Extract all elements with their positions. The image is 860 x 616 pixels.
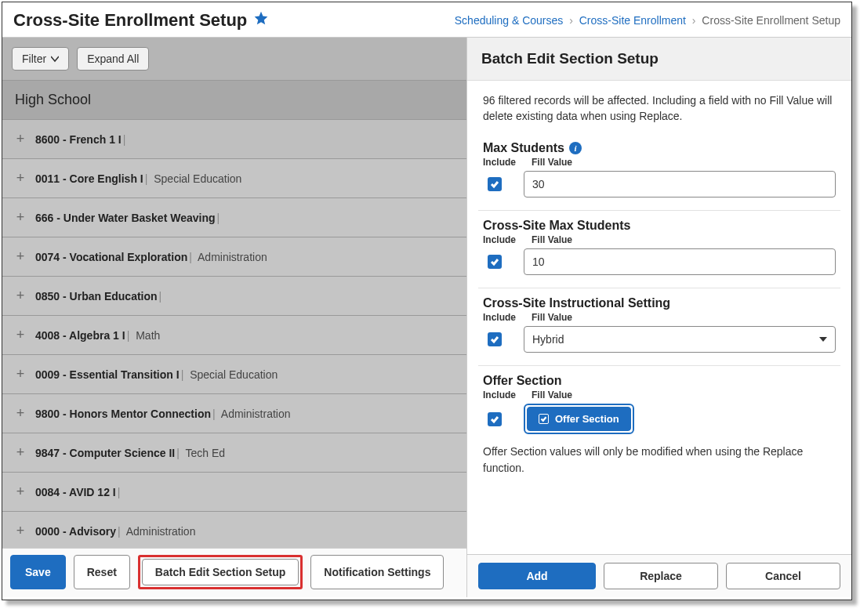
plus-icon: + (15, 288, 26, 304)
save-button[interactable]: Save (10, 555, 66, 589)
fill-value-label: Fill Value (532, 312, 572, 323)
field-max-students: Max Students i Include Fill Value (478, 133, 840, 211)
expand-all-button[interactable]: Expand All (77, 47, 149, 71)
cross-max-students-input[interactable] (524, 248, 836, 275)
course-code-name: 0011 - Core English I (35, 172, 143, 185)
course-code-name: 0009 - Essential Transition I (35, 368, 180, 381)
course-code-name: 666 - Under Water Basket Weaving (35, 212, 216, 224)
course-code-name: 0074 - Vocational Exploration (35, 251, 187, 263)
course-dept: Administration (116, 525, 195, 538)
checkbox-icon (539, 414, 549, 424)
cancel-button[interactable]: Cancel (726, 563, 840, 589)
left-panel: Filter Expand All High School +8600 - Fr… (2, 38, 466, 597)
course-list: +8600 - French 1 I +0011 - Core English … (2, 120, 466, 548)
breadcrumb: Scheduling & Courses › Cross-Site Enroll… (455, 14, 840, 27)
panel-info-text: 96 filtered records will be affected. In… (478, 93, 840, 124)
course-code-name: 9847 - Computer Science II (35, 447, 175, 459)
max-students-input[interactable] (524, 171, 836, 197)
field-title-label: Offer Section (483, 374, 561, 388)
chevron-right-icon: › (692, 14, 696, 27)
offer-toggle-wrap: Offer Section (524, 404, 634, 434)
course-row[interactable]: +0074 - Vocational Exploration Administr… (2, 237, 466, 277)
course-dept (158, 290, 165, 303)
course-row[interactable]: +9847 - Computer Science II Tech Ed (2, 433, 466, 473)
header-bar: Cross-Site Enrollment Setup Scheduling &… (2, 2, 851, 38)
highlight-box: Batch Edit Section Setup (138, 555, 303, 589)
panel-footer: Add Replace Cancel (467, 554, 851, 597)
field-cross-max: Cross-Site Max Students Include Fill Val… (478, 211, 840, 288)
course-row[interactable]: +0011 - Core English I Special Education (2, 159, 466, 198)
add-button[interactable]: Add (478, 563, 596, 589)
fill-value-label: Fill Value (532, 234, 572, 245)
bottom-bar: Save Reset Batch Edit Section Setup Noti… (2, 548, 466, 597)
offer-section-toggle[interactable]: Offer Section (527, 407, 631, 431)
course-code-name: 0084 - AVID 12 I (35, 486, 116, 498)
course-dept: Special Education (143, 172, 242, 185)
filter-button[interactable]: Filter (12, 47, 69, 71)
plus-icon: + (15, 131, 26, 147)
include-checkbox-offer[interactable] (488, 412, 502, 426)
course-row[interactable]: +0850 - Urban Education (2, 277, 466, 316)
batch-edit-button[interactable]: Batch Edit Section Setup (142, 559, 299, 585)
offer-note: Offer Section values will only be modifi… (483, 444, 836, 476)
course-code-name: 0850 - Urban Education (35, 290, 158, 303)
breadcrumb-current: Cross-Site Enrollment Setup (702, 14, 840, 27)
reset-button[interactable]: Reset (74, 555, 130, 589)
course-code-name: 0000 - Advisory (35, 525, 116, 538)
course-row[interactable]: +8600 - French 1 I (2, 120, 466, 159)
plus-icon: + (15, 405, 26, 422)
field-offer: Offer Section Include Fill Value (478, 366, 840, 489)
field-title-label: Cross-Site Instructional Setting (483, 296, 670, 310)
info-icon[interactable]: i (569, 142, 582, 154)
plus-icon: + (15, 484, 26, 500)
course-dept (122, 133, 129, 146)
include-checkbox-cross-max[interactable] (488, 255, 502, 269)
course-row[interactable]: +0000 - Advisory Administration (2, 512, 466, 548)
plus-icon: + (15, 170, 26, 187)
course-code-name: 4008 - Algebra 1 I (35, 329, 125, 342)
notification-settings-button[interactable]: Notification Settings (310, 555, 444, 589)
page-title: Cross-Site Enrollment Setup (13, 10, 269, 31)
course-dept: Administration (187, 251, 267, 263)
page-title-text: Cross-Site Enrollment Setup (13, 10, 247, 31)
course-code-name: 9800 - Honors Mentor Connection (35, 408, 211, 420)
group-header: High School (2, 80, 466, 120)
include-checkbox-instructional[interactable] (488, 332, 502, 346)
include-label: Include (483, 234, 514, 245)
field-instructional: Cross-Site Instructional Setting Include… (478, 288, 840, 366)
field-title-label: Cross-Site Max Students (483, 219, 630, 233)
star-icon[interactable] (253, 10, 269, 31)
right-panel: Batch Edit Section Setup 96 filtered rec… (466, 38, 851, 597)
include-label: Include (483, 157, 514, 168)
fill-value-label: Fill Value (532, 157, 572, 168)
breadcrumb-link-2[interactable]: Cross-Site Enrollment (579, 14, 686, 27)
course-row[interactable]: +666 - Under Water Basket Weaving (2, 198, 466, 237)
plus-icon: + (15, 327, 26, 343)
panel-title: Batch Edit Section Setup (467, 38, 851, 81)
course-dept: Math (125, 329, 161, 342)
course-dept (116, 486, 124, 498)
course-row[interactable]: +9800 - Honors Mentor Connection Adminis… (2, 394, 466, 433)
field-title-label: Max Students (483, 141, 564, 155)
course-dept (216, 212, 223, 224)
replace-button[interactable]: Replace (604, 563, 718, 589)
course-dept: Special Education (180, 368, 278, 381)
instructional-select[interactable]: Hybrid (524, 326, 836, 353)
course-dept: Administration (211, 408, 290, 420)
fill-value-label: Fill Value (532, 390, 572, 400)
include-checkbox-max[interactable] (488, 177, 502, 191)
chevron-down-icon (51, 53, 59, 65)
course-row[interactable]: +0084 - AVID 12 I (2, 473, 466, 512)
plus-icon: + (15, 248, 26, 265)
include-label: Include (483, 390, 514, 400)
breadcrumb-link-1[interactable]: Scheduling & Courses (455, 14, 564, 27)
plus-icon: + (15, 209, 26, 226)
course-dept: Tech Ed (175, 447, 225, 459)
plus-icon: + (15, 444, 26, 461)
chevron-right-icon: › (569, 14, 573, 27)
include-label: Include (483, 312, 514, 323)
course-code-name: 8600 - French 1 I (35, 133, 122, 146)
plus-icon: + (15, 366, 26, 382)
course-row[interactable]: +4008 - Algebra 1 I Math (2, 316, 466, 355)
course-row[interactable]: +0009 - Essential Transition I Special E… (2, 355, 466, 394)
